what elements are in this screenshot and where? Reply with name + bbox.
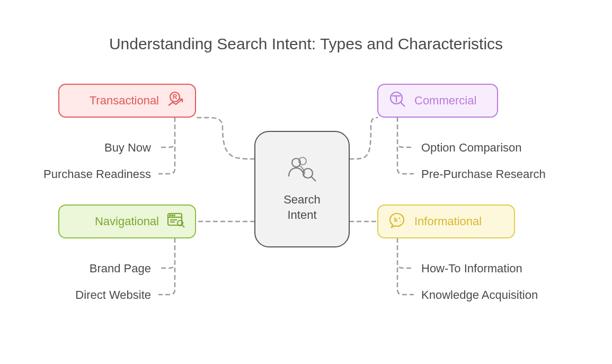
category-transactional-label: Transactional [90,94,159,108]
navigational-sub-1: Brand Page [90,262,151,276]
category-navigational: Navigational [58,205,196,238]
analyze-icon [388,91,407,111]
registered-trend-icon: R [166,91,185,111]
category-commercial: Commercial [377,84,498,118]
transactional-sub-2: Purchase Readiness [43,167,151,181]
transactional-sub-1: Buy Now [104,141,151,155]
svg-text:k: k [394,216,398,224]
category-transactional: Transactional R [58,84,196,118]
svg-line-14 [182,225,184,227]
navigational-sub-2: Direct Website [75,288,151,302]
people-search-icon [286,155,318,185]
svg-text:R: R [173,93,178,101]
category-informational: k Informational [377,205,515,238]
center-node: Search Intent [254,131,350,247]
commercial-sub-2: Pre-Purchase Research [421,167,546,181]
informational-sub-2: Knowledge Acquisition [421,288,538,302]
svg-line-3 [312,177,316,181]
chat-k-icon: k [388,211,407,232]
svg-point-8 [170,215,171,216]
informational-sub-1: How-To Information [421,262,522,276]
commercial-sub-1: Option Comparison [421,141,522,155]
svg-line-18 [401,102,405,106]
browser-search-icon [166,211,185,232]
svg-point-20 [399,218,401,219]
svg-point-21 [400,220,401,221]
category-navigational-label: Navigational [95,215,159,228]
category-commercial-label: Commercial [414,94,476,108]
center-label: Search Intent [283,192,321,223]
svg-point-10 [174,215,175,216]
svg-point-9 [172,215,173,216]
category-informational-label: Informational [414,215,482,228]
diagram-title: Understanding Search Intent: Types and C… [0,35,612,53]
